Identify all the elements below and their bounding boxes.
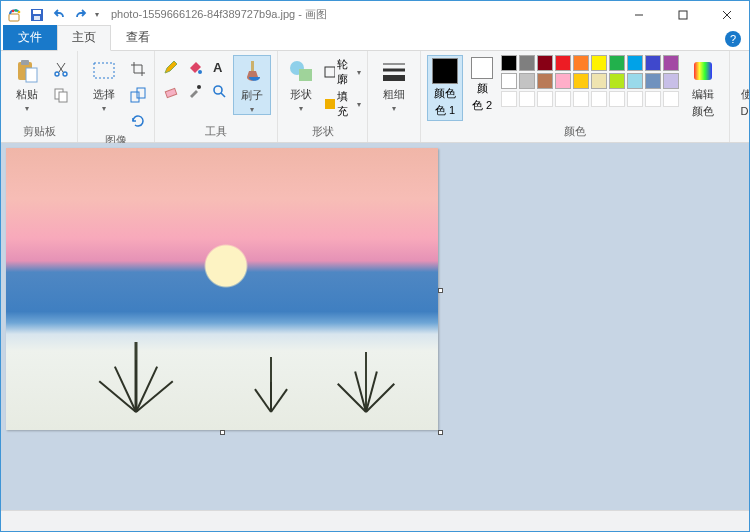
- edit-colors-icon: [689, 57, 717, 85]
- color-swatch-empty[interactable]: [627, 91, 643, 107]
- group-tools-label: 工具: [161, 122, 271, 142]
- color-swatch[interactable]: [663, 55, 679, 71]
- svg-rect-20: [137, 88, 145, 98]
- svg-rect-0: [9, 14, 19, 21]
- magnifier-icon[interactable]: [209, 81, 229, 101]
- shape-fill-button[interactable]: 填充▾: [323, 89, 361, 119]
- color1-button[interactable]: 颜色 色 1: [427, 55, 463, 121]
- paste-button[interactable]: 粘贴 ▾: [7, 55, 47, 113]
- color-swatch[interactable]: [519, 55, 535, 71]
- color-swatch-empty[interactable]: [519, 91, 535, 107]
- color-swatch[interactable]: [663, 73, 679, 89]
- svg-point-25: [214, 86, 222, 94]
- shape-outline-button[interactable]: 轮廓▾: [323, 57, 361, 87]
- brushes-button[interactable]: 刷子 ▾: [233, 55, 271, 115]
- chevron-down-icon: ▾: [250, 105, 254, 114]
- color-swatch[interactable]: [591, 73, 607, 89]
- thickness-button[interactable]: 粗细 ▾: [374, 55, 414, 113]
- color-swatch-empty[interactable]: [591, 91, 607, 107]
- edit-colors-button[interactable]: 编辑 颜色: [683, 55, 723, 119]
- color-swatch-empty[interactable]: [609, 91, 625, 107]
- pencil-icon[interactable]: [161, 57, 181, 77]
- svg-point-21: [198, 70, 202, 74]
- group-colors-label: 颜色: [427, 122, 723, 142]
- close-button[interactable]: [705, 1, 749, 28]
- qat-customize-dropdown[interactable]: ▾: [95, 10, 99, 19]
- tools-grid: A: [161, 55, 229, 101]
- color-swatch[interactable]: [627, 73, 643, 89]
- color-swatch[interactable]: [573, 55, 589, 71]
- color-swatch[interactable]: [501, 55, 517, 71]
- chevron-down-icon: ▾: [25, 104, 29, 113]
- color-swatch[interactable]: [573, 73, 589, 89]
- color-swatch[interactable]: [501, 73, 517, 89]
- color-swatch[interactable]: [519, 73, 535, 89]
- svg-rect-34: [694, 62, 712, 80]
- canvas-workspace[interactable]: [1, 143, 749, 510]
- minimize-button[interactable]: [617, 1, 661, 28]
- group-paint3d: 使用画图 3 D 进行编辑: [730, 51, 750, 142]
- maximize-button[interactable]: [661, 1, 705, 28]
- color-swatch[interactable]: [645, 73, 661, 89]
- svg-rect-19: [131, 92, 139, 102]
- color-swatch-empty[interactable]: [663, 91, 679, 107]
- group-image: 选择 ▾ 图像: [78, 51, 155, 142]
- color-swatch[interactable]: [609, 73, 625, 89]
- rotate-icon[interactable]: [128, 111, 148, 131]
- shapes-button[interactable]: 形状 ▾: [284, 55, 319, 113]
- svg-point-15: [63, 72, 67, 76]
- copy-icon[interactable]: [51, 85, 71, 105]
- color-swatch[interactable]: [609, 55, 625, 71]
- help-icon[interactable]: ?: [725, 31, 741, 47]
- color-swatch-empty[interactable]: [555, 91, 571, 107]
- text-icon[interactable]: A: [209, 57, 229, 77]
- svg-rect-6: [34, 16, 40, 20]
- window-controls: [617, 1, 749, 28]
- svg-rect-5: [33, 10, 41, 14]
- color-palette: [501, 55, 679, 107]
- select-button[interactable]: 选择 ▾: [84, 55, 124, 113]
- svg-rect-13: [26, 68, 37, 82]
- color-swatch-empty[interactable]: [645, 91, 661, 107]
- fill-icon[interactable]: [185, 57, 205, 77]
- svg-rect-8: [679, 11, 687, 19]
- thickness-icon: [380, 57, 408, 85]
- group-clipboard: 粘贴 ▾ 剪贴板: [1, 51, 78, 142]
- undo-icon[interactable]: [51, 7, 67, 23]
- redo-icon[interactable]: [73, 7, 89, 23]
- color-swatch[interactable]: [555, 55, 571, 71]
- brush-icon: [238, 58, 266, 86]
- save-icon[interactable]: [29, 7, 45, 23]
- color-swatch[interactable]: [537, 55, 553, 71]
- crop-icon[interactable]: [128, 59, 148, 79]
- color-swatch[interactable]: [591, 55, 607, 71]
- paste-label: 粘贴: [16, 87, 38, 102]
- resize-icon[interactable]: [128, 85, 148, 105]
- color-swatch[interactable]: [537, 73, 553, 89]
- color-swatch-empty[interactable]: [537, 91, 553, 107]
- paint3d-button[interactable]: 使用画图 3 D 进行编辑: [736, 55, 750, 119]
- color-swatch[interactable]: [645, 55, 661, 71]
- color-swatch-empty[interactable]: [573, 91, 589, 107]
- tab-home[interactable]: 主页: [57, 25, 111, 51]
- tab-view[interactable]: 查看: [111, 25, 165, 50]
- color2-button[interactable]: 颜 色 2: [467, 55, 497, 115]
- chevron-down-icon: ▾: [392, 104, 396, 113]
- color-picker-icon[interactable]: [185, 81, 205, 101]
- canvas[interactable]: [6, 148, 438, 430]
- color-swatch-empty[interactable]: [501, 91, 517, 107]
- plant: [261, 332, 281, 412]
- resize-handle-e[interactable]: [438, 288, 443, 293]
- window-title: photo-1559666126-84f389727b9a.jpg - 画图: [105, 7, 617, 22]
- color-swatch[interactable]: [555, 73, 571, 89]
- color-swatch[interactable]: [627, 55, 643, 71]
- tab-file[interactable]: 文件: [3, 25, 57, 50]
- color1-swatch: [432, 58, 458, 84]
- svg-text:A: A: [213, 60, 223, 75]
- select-label: 选择: [93, 87, 115, 102]
- resize-handle-se[interactable]: [438, 430, 443, 435]
- eraser-icon[interactable]: [161, 81, 181, 101]
- cut-icon[interactable]: [51, 59, 71, 79]
- select-icon: [90, 57, 118, 85]
- resize-handle-s[interactable]: [220, 430, 225, 435]
